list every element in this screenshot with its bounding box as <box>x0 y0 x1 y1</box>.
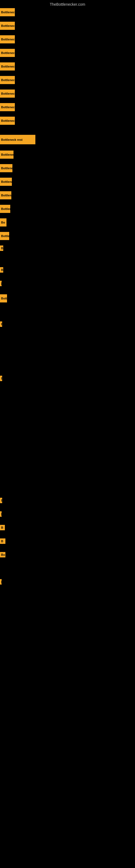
bottleneck-bar: | <box>0 579 2 585</box>
bar-label: Bottleneck resu <box>1 24 15 27</box>
bar-label: Bottlene <box>1 207 10 211</box>
bar-label: Bottleneck resu <box>1 51 15 55</box>
bottleneck-bar: Bott <box>0 294 7 303</box>
bar-label: Bo <box>1 553 5 556</box>
bottleneck-bar: | <box>0 281 2 286</box>
bottleneck-bar: Bottleneck r <box>0 191 11 199</box>
bar-label: B <box>1 539 3 543</box>
bottleneck-bar: Bottleneck resu <box>0 35 15 43</box>
bottleneck-bar: Bottleneck r <box>0 178 12 186</box>
bottleneck-bar: B <box>0 246 3 251</box>
bottleneck-bar: Bottleneck resu <box>0 22 15 30</box>
bottleneck-bar: Bottleneck rest <box>0 135 35 144</box>
bottleneck-bar: Bottleneck res <box>0 151 13 159</box>
bar-label: Bo <box>1 221 5 224</box>
bar-label: B <box>1 377 2 380</box>
bar-label: B <box>1 268 3 272</box>
bottleneck-bar: Bottleneck r <box>0 164 12 172</box>
bottleneck-bar: Bottleneck resu <box>0 62 15 70</box>
bottleneck-bar: Bottle <box>0 232 9 240</box>
bottleneck-bar: B <box>0 376 2 381</box>
bar-label: Bottleneck res <box>1 153 13 156</box>
bar-label: Bottleneck resu <box>1 10 15 14</box>
bar-label: Bottleneck resu <box>1 38 15 41</box>
bar-label: Bottle <box>1 235 9 238</box>
bottleneck-bar: Bottleneck resu <box>0 49 15 57</box>
bar-label: Bottleneck r <box>1 166 12 170</box>
site-title: TheBottlenecker.com <box>0 2 135 6</box>
bottleneck-bar: B <box>0 525 5 530</box>
bar-label: Bottleneck resu <box>1 119 15 122</box>
bottleneck-bar: Bottleneck resu <box>0 117 15 125</box>
bar-label: B <box>1 499 2 502</box>
bar-label: B <box>1 247 3 250</box>
bottleneck-bar: | <box>0 511 2 517</box>
bar-label: Bottleneck r <box>1 180 12 183</box>
bar-label: B <box>1 322 2 326</box>
bar-label: | <box>1 282 2 285</box>
bar-label: Bott <box>1 297 7 300</box>
bar-label: Bottleneck resu <box>1 92 15 95</box>
bottleneck-bar: Bottleneck resu <box>0 90 15 98</box>
bottleneck-bar: B <box>0 498 2 503</box>
bar-label: Bottleneck rest <box>1 138 22 141</box>
bar-label: Bottleneck r <box>1 194 11 197</box>
bar-label: | <box>1 580 2 584</box>
bottleneck-bar: Bottleneck resu <box>0 103 15 111</box>
bottleneck-bar: B <box>0 267 3 273</box>
bar-label: Bottleneck resu <box>1 79 15 82</box>
bar-label: B <box>1 526 3 529</box>
bottleneck-bar: Bottleneck resu <box>0 76 15 84</box>
bar-label: | <box>1 513 2 516</box>
bottleneck-bar: Bo <box>0 218 6 226</box>
bottleneck-bar: Bo <box>0 552 5 557</box>
bottleneck-bar: Bottleneck resu <box>0 8 15 16</box>
bar-label: Bottleneck resu <box>1 65 15 68</box>
bottleneck-bar: B <box>0 538 5 544</box>
bottleneck-bar: B <box>0 321 2 327</box>
bar-label: Bottleneck resu <box>1 105 15 109</box>
bottleneck-bar: Bottlene <box>0 205 10 213</box>
